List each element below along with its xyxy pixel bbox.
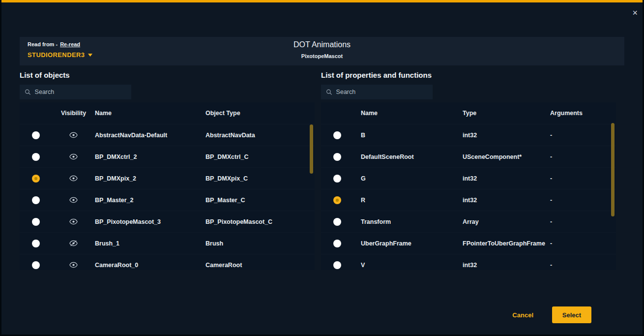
search-icon	[25, 89, 31, 95]
objects-search	[20, 85, 131, 99]
property-name: V	[353, 262, 463, 269]
radio-selected[interactable]	[333, 196, 341, 204]
property-type: int32	[463, 197, 550, 204]
source-dropdown-label: STUDIORENDER3	[28, 51, 85, 59]
radio-button[interactable]	[32, 153, 40, 161]
source-dropdown[interactable]: STUDIORENDER3	[28, 51, 92, 59]
table-row[interactable]: TransformArray-	[321, 211, 616, 232]
dialog-subtitle: PixotopeMascot	[20, 53, 624, 59]
visibility-eye-icon[interactable]	[69, 132, 78, 138]
table-row[interactable]: AbstractNavData-DefaultAbstractNavData	[20, 124, 315, 146]
footer: Cancel Select	[512, 306, 591, 323]
visibility-eye-off-icon[interactable]	[69, 240, 78, 246]
dialog-window: × Read from -Re-read STUDIORENDER3 DOT A…	[0, 0, 644, 336]
properties-table: Name Type Arguments Bint32-DefaultSceneR…	[321, 102, 616, 270]
select-button[interactable]: Select	[552, 306, 591, 323]
visibility-eye-icon[interactable]	[69, 262, 78, 268]
property-arguments: -	[550, 175, 616, 182]
search-input[interactable]	[35, 89, 126, 95]
objects-panel-title: List of objects	[20, 71, 70, 79]
cancel-button[interactable]: Cancel	[512, 311, 533, 319]
radio-button[interactable]	[32, 131, 40, 139]
properties-table-header: Name Type Arguments	[321, 102, 616, 124]
radio-button[interactable]	[32, 240, 40, 247]
radio-button[interactable]	[32, 261, 40, 269]
object-type: BP_Master_C	[205, 197, 315, 204]
properties-panel-title: List of properties and functions	[321, 71, 432, 79]
radio-button[interactable]	[333, 240, 341, 247]
visibility-eye-icon[interactable]	[69, 197, 78, 203]
table-row[interactable]: UberGraphFrameFPointerToUberGraphFrame-	[321, 232, 616, 254]
property-arguments: -	[550, 197, 616, 204]
property-name: DefaultSceneRoot	[353, 153, 463, 160]
read-from-label: Read from -	[28, 41, 58, 47]
dialog-header: Read from -Re-read STUDIORENDER3 DOT Ani…	[20, 37, 624, 65]
property-name: B	[353, 132, 463, 139]
object-name: AbstractNavData-Default	[95, 132, 205, 139]
table-row[interactable]: Gint32-	[321, 167, 616, 189]
properties-search	[321, 85, 433, 99]
radio-button[interactable]	[32, 218, 40, 226]
radio-button[interactable]	[333, 131, 341, 139]
scrollbar[interactable]	[310, 124, 313, 174]
object-type: CameraRoot	[205, 262, 315, 269]
table-row[interactable]: Vint32-	[321, 254, 616, 270]
property-arguments: -	[550, 240, 616, 247]
search-icon	[326, 89, 332, 95]
visibility-eye-icon[interactable]	[69, 153, 78, 160]
column-header-name: Name	[353, 110, 463, 117]
table-row[interactable]: Brush_1Brush	[20, 232, 315, 254]
radio-button[interactable]	[333, 175, 341, 183]
property-type: int32	[463, 132, 550, 139]
visibility-eye-icon[interactable]	[69, 218, 78, 225]
table-row[interactable]: Bint32-	[321, 124, 616, 146]
object-name: CameraRoot_0	[95, 262, 205, 269]
column-header-arguments: Arguments	[550, 110, 616, 117]
object-type: BP_DMXpix_C	[205, 175, 315, 182]
search-input[interactable]	[336, 89, 428, 95]
property-type: USceneComponent*	[463, 153, 550, 160]
column-header-type: Type	[463, 110, 550, 117]
close-icon[interactable]: ×	[632, 8, 638, 17]
object-name: Brush_1	[95, 240, 205, 247]
radio-button[interactable]	[32, 196, 40, 204]
radio-button[interactable]	[333, 153, 341, 161]
properties-table-body: Bint32-DefaultSceneRootUSceneComponent*-…	[321, 124, 616, 270]
radio-button[interactable]	[333, 261, 341, 269]
table-row[interactable]: BP_DMXctrl_2BP_DMXctrl_C	[20, 146, 315, 167]
property-name: UberGraphFrame	[353, 240, 463, 247]
property-name: G	[353, 175, 463, 182]
table-row[interactable]: DefaultSceneRootUSceneComponent*-	[321, 146, 616, 167]
table-row[interactable]: CameraRoot_0CameraRoot	[20, 254, 315, 270]
objects-table: Visibility Name Object Type AbstractNavD…	[20, 102, 315, 270]
top-accent-bar	[0, 0, 644, 2]
objects-table-header: Visibility Name Object Type	[20, 102, 315, 124]
dialog-title: DOT Animations	[20, 40, 624, 49]
radio-selected[interactable]	[32, 175, 40, 183]
table-row[interactable]: BP_PixotopeMascot_3BP_PixotopeMascot_C	[20, 211, 315, 232]
property-type: int32	[463, 175, 550, 182]
scrollbar[interactable]	[611, 123, 615, 216]
object-name: BP_DMXpix_2	[95, 175, 205, 182]
column-header-name: Name	[95, 110, 205, 117]
property-type: int32	[463, 262, 550, 269]
property-arguments: -	[550, 262, 616, 269]
objects-table-body: AbstractNavData-DefaultAbstractNavDataBP…	[20, 124, 315, 270]
table-row[interactable]: Rint32-	[321, 189, 616, 211]
radio-button[interactable]	[333, 218, 341, 226]
chevron-down-icon	[88, 54, 92, 57]
property-type: FPointerToUberGraphFrame	[463, 240, 550, 247]
property-arguments: -	[550, 153, 616, 160]
object-type: BP_DMXctrl_C	[205, 153, 315, 160]
table-row[interactable]: BP_DMXpix_2BP_DMXpix_C	[20, 167, 315, 189]
property-name: Transform	[353, 218, 463, 225]
object-type: AbstractNavData	[205, 132, 315, 139]
reread-link[interactable]: Re-read	[60, 41, 80, 47]
column-header-visibility: Visibility	[52, 110, 95, 117]
visibility-eye-icon[interactable]	[69, 175, 78, 182]
table-row[interactable]: BP_Master_2BP_Master_C	[20, 189, 315, 211]
property-arguments: -	[550, 218, 616, 225]
column-header-object-type: Object Type	[205, 110, 315, 117]
object-name: BP_DMXctrl_2	[95, 153, 205, 160]
read-from-line: Read from -Re-read	[28, 41, 92, 47]
